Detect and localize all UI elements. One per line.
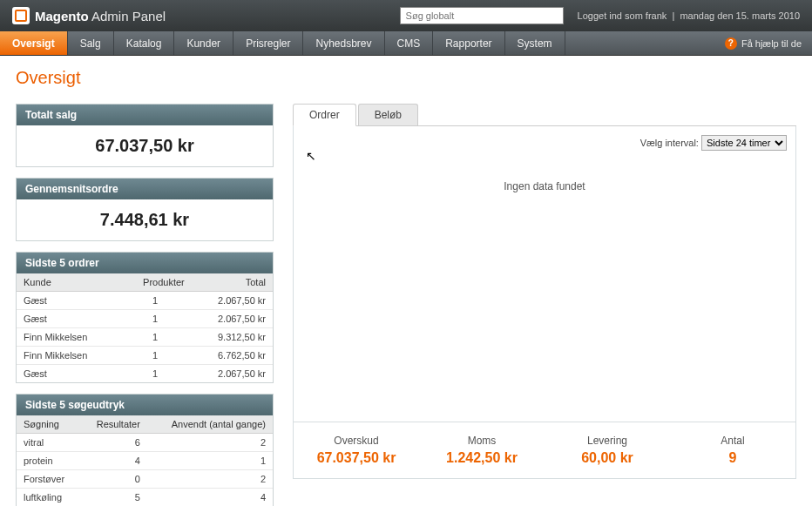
- summary-label: Levering: [545, 435, 670, 447]
- cell-kunde: Finn Mikkelsen: [17, 328, 118, 347]
- col-anvendt: Anvendt (antal gange): [147, 415, 273, 434]
- avg-order-value: 7.448,61 kr: [17, 199, 273, 240]
- summary-value: 67.037,50 kr: [294, 450, 419, 466]
- summary-label: Overskud: [294, 435, 419, 447]
- cell-anvendt: 2: [147, 434, 273, 452]
- dashboard-main: Ordrer Beløb ↖ Vælg interval: Sidste 24 …: [293, 104, 796, 506]
- dashboard-sidebar: Totalt salg 67.037,50 kr Gennemsnitsordr…: [16, 104, 274, 506]
- cell-total: 6.762,50 kr: [192, 347, 273, 365]
- cell-sogning: vitral: [17, 434, 80, 452]
- header-status: Logget ind som frank | mandag den 15. ma…: [578, 10, 800, 21]
- cell-produkter: 1: [118, 365, 192, 383]
- tab-belob[interactable]: Beløb: [358, 104, 418, 125]
- box-total-sales: Totalt salg 67.037,50 kr: [16, 104, 274, 167]
- box-last-searches: Sidste 5 søgeudtryk Søgning Resultater A…: [16, 394, 274, 506]
- cell-total: 2.067,50 kr: [192, 365, 273, 383]
- box-avg-order-header: Gennemsnitsordre: [17, 179, 273, 199]
- cell-sogning: protein: [17, 452, 80, 470]
- nav-nyhedsbrev[interactable]: Nyhedsbrev: [303, 31, 384, 55]
- nav-oversigt[interactable]: Oversigt: [0, 31, 68, 55]
- col-total: Total: [192, 273, 273, 292]
- cell-produkter: 1: [118, 292, 192, 310]
- cell-anvendt: 1: [147, 452, 273, 470]
- help-icon: ?: [725, 37, 737, 50]
- tab-ordrer[interactable]: Ordrer: [293, 104, 356, 126]
- col-produkter: Produkter: [118, 273, 192, 292]
- interval-row: Vælg interval: Sidste 24 timer: [302, 135, 787, 151]
- summary-value: 9: [670, 450, 795, 466]
- box-avg-order: Gennemsnitsordre 7.448,61 kr: [16, 178, 274, 241]
- nav-kunder[interactable]: Kunder: [174, 31, 233, 55]
- table-row[interactable]: Forstøver02: [17, 470, 273, 489]
- nav-salg[interactable]: Salg: [68, 31, 114, 55]
- last-orders-table: Kunde Produkter Total Gæst12.067,50 krGæ…: [17, 273, 273, 382]
- cell-resultater: 0: [80, 470, 147, 489]
- summary-item: Levering60,00 kr: [545, 435, 670, 466]
- summary-label: Antal: [670, 435, 795, 447]
- page-title: Oversigt: [16, 68, 796, 88]
- summary-value: 1.242,50 kr: [419, 450, 545, 466]
- box-last-orders-header: Sidste 5 ordrer: [17, 253, 273, 273]
- table-row[interactable]: luftkøling54: [17, 489, 273, 507]
- nav-system[interactable]: System: [505, 31, 565, 55]
- main-nav: Oversigt Salg Katalog Kunder Prisregler …: [0, 31, 812, 56]
- nav-rapporter[interactable]: Rapporter: [433, 31, 504, 55]
- interval-select[interactable]: Sidste 24 timer: [701, 135, 787, 151]
- cell-kunde: Gæst: [17, 292, 118, 310]
- table-row[interactable]: Finn Mikkelsen19.312,50 kr: [17, 328, 273, 347]
- col-kunde: Kunde: [17, 273, 118, 292]
- nav-prisregler[interactable]: Prisregler: [233, 31, 303, 55]
- table-row[interactable]: protein41: [17, 452, 273, 470]
- cell-total: 2.067,50 kr: [192, 310, 273, 328]
- magento-logo-icon: [12, 7, 30, 24]
- summary-value: 60,00 kr: [545, 450, 670, 466]
- summary-row: Overskud67.037,50 krMoms1.242,50 krLever…: [293, 422, 796, 479]
- box-last-searches-header: Sidste 5 søgeudtryk: [17, 395, 273, 415]
- box-last-orders: Sidste 5 ordrer Kunde Produkter Total Gæ…: [16, 252, 274, 383]
- cell-produkter: 1: [118, 347, 192, 365]
- chart-tabs: Ordrer Beløb: [293, 104, 796, 126]
- cell-sogning: Forstøver: [17, 470, 80, 489]
- global-search-input[interactable]: [400, 7, 564, 24]
- summary-item: Antal9: [670, 435, 795, 466]
- cell-kunde: Gæst: [17, 365, 118, 383]
- col-sogning: Søgning: [17, 415, 80, 434]
- table-row[interactable]: Gæst12.067,50 kr: [17, 310, 273, 328]
- cell-sogning: luftkøling: [17, 489, 80, 507]
- cell-resultater: 5: [80, 489, 147, 507]
- table-row[interactable]: Gæst12.067,50 kr: [17, 292, 273, 310]
- summary-item: Overskud67.037,50 kr: [294, 435, 419, 466]
- cell-total: 2.067,50 kr: [192, 292, 273, 310]
- col-resultater: Resultater: [80, 415, 147, 434]
- nav-help[interactable]: ? Få hjælp til de: [714, 31, 812, 55]
- logo: Magento Admin Panel: [12, 7, 166, 24]
- total-sales-value: 67.037,50 kr: [17, 125, 273, 166]
- cell-anvendt: 2: [147, 470, 273, 489]
- help-label: Få hjælp til de: [741, 38, 802, 49]
- cell-anvendt: 4: [147, 489, 273, 507]
- cell-resultater: 4: [80, 452, 147, 470]
- cell-kunde: Gæst: [17, 310, 118, 328]
- chart-area: ↖ Vælg interval: Sidste 24 timer Ingen d…: [293, 126, 796, 422]
- table-row[interactable]: Gæst12.067,50 kr: [17, 365, 273, 383]
- no-data-message: Ingen data fundet: [302, 159, 787, 192]
- table-row[interactable]: vitral62: [17, 434, 273, 452]
- nav-cms[interactable]: CMS: [385, 31, 434, 55]
- logo-text: Magento Admin Panel: [35, 9, 166, 24]
- cell-produkter: 1: [118, 310, 192, 328]
- last-searches-table: Søgning Resultater Anvendt (antal gange)…: [17, 415, 273, 506]
- table-row[interactable]: Finn Mikkelsen16.762,50 kr: [17, 347, 273, 365]
- cell-resultater: 6: [80, 434, 147, 452]
- box-total-sales-header: Totalt salg: [17, 105, 273, 125]
- summary-label: Moms: [419, 435, 545, 447]
- header: Magento Admin Panel Logget ind som frank…: [0, 0, 812, 31]
- cell-kunde: Finn Mikkelsen: [17, 347, 118, 365]
- cell-produkter: 1: [118, 328, 192, 347]
- cell-total: 9.312,50 kr: [192, 328, 273, 347]
- summary-item: Moms1.242,50 kr: [419, 435, 545, 466]
- interval-label: Vælg interval:: [640, 138, 699, 148]
- nav-katalog[interactable]: Katalog: [114, 31, 175, 55]
